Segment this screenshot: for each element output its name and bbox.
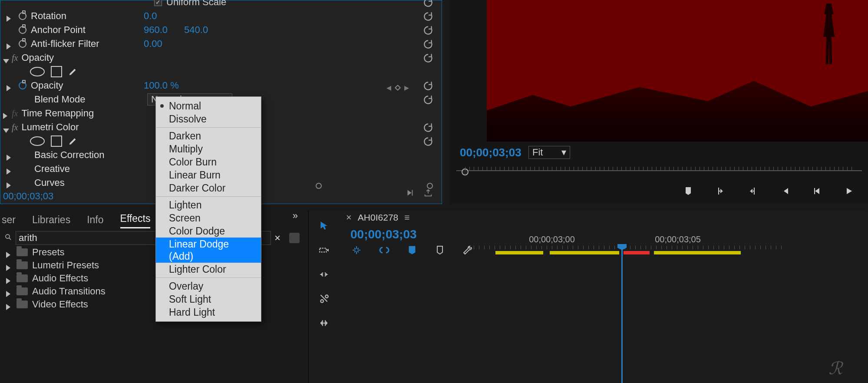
chevron-down-icon[interactable] (3, 124, 9, 130)
sequence-name[interactable]: AH0I6278 (358, 212, 398, 223)
chevron-right-icon[interactable] (6, 249, 12, 255)
program-ruler[interactable] (456, 164, 862, 177)
rotation-value[interactable]: 0.0 (144, 10, 157, 22)
effect-controls-timecode[interactable]: 00;00;03;03 (3, 191, 53, 202)
go-to-in-icon[interactable] (779, 185, 791, 197)
snap-icon[interactable] (350, 244, 363, 256)
blend-mode-option[interactable]: Lighten (156, 198, 261, 211)
stopwatch-icon[interactable] (19, 12, 26, 20)
track-select-tool-icon[interactable] (317, 243, 331, 257)
slip-tool-icon[interactable] (317, 316, 331, 330)
blend-mode-option[interactable]: Hard Light (156, 306, 261, 319)
mask-rect-icon[interactable] (51, 66, 62, 77)
stopwatch-icon[interactable] (19, 82, 26, 89)
mask-ellipse-icon[interactable] (30, 67, 45, 76)
blend-mode-option[interactable]: Soft Light (156, 293, 261, 306)
panel-tab[interactable]: Info (87, 214, 103, 228)
blend-mode-option[interactable]: Darker Color (156, 182, 261, 195)
chevron-right-icon[interactable] (7, 166, 13, 172)
reset-icon[interactable] (422, 136, 434, 147)
chevron-down-icon[interactable] (3, 55, 9, 61)
ripple-edit-tool-icon[interactable] (317, 267, 331, 281)
blend-mode-option[interactable]: Color Dodge (156, 225, 261, 238)
close-sequence-icon[interactable]: × (346, 212, 352, 223)
timeline-clip-area[interactable] (474, 250, 863, 276)
selection-tool-icon[interactable] (317, 219, 331, 233)
blend-mode-option[interactable]: Screen (156, 211, 261, 225)
chevron-right-icon[interactable] (3, 110, 9, 116)
panel-handle-icon[interactable] (316, 183, 322, 189)
marker-icon[interactable] (682, 185, 694, 197)
timeline-ruler[interactable]: 00;00;03;00 00;00;03;05 (474, 234, 863, 252)
blend-mode-option[interactable]: Overlay (156, 280, 261, 293)
lumetri-section-label[interactable]: Curves (34, 177, 147, 188)
chevron-right-icon[interactable] (7, 180, 13, 186)
accelerated-effects-icon[interactable] (289, 233, 300, 243)
settings-wrench-icon[interactable] (462, 244, 474, 256)
panel-overflow-icon[interactable]: » (293, 210, 298, 221)
play-icon[interactable] (843, 185, 855, 197)
linked-selection-icon[interactable] (378, 244, 390, 256)
chevron-right-icon[interactable] (6, 288, 12, 294)
blend-mode-option[interactable]: Darken (156, 129, 261, 142)
stopwatch-icon[interactable] (19, 26, 26, 34)
clear-search-icon[interactable]: × (274, 232, 281, 244)
stopwatch-icon[interactable] (19, 40, 26, 48)
blend-mode-option[interactable]: Normal (156, 99, 261, 112)
zoom-fit-dropdown[interactable]: Fit ▾ (528, 146, 570, 159)
reset-icon[interactable] (422, 0, 434, 8)
clip-segment[interactable] (624, 251, 650, 254)
opacity-value[interactable]: 100.0 % (144, 80, 179, 91)
chevron-right-icon[interactable] (6, 301, 12, 307)
reset-icon[interactable] (422, 11, 434, 22)
chevron-right-icon[interactable] (7, 13, 13, 19)
clip-segment[interactable] (495, 251, 543, 254)
add-marker-icon[interactable] (406, 244, 418, 256)
anchor-point-y[interactable]: 540.0 (184, 24, 208, 36)
reset-icon[interactable] (422, 80, 434, 92)
clip-segment[interactable] (550, 251, 619, 254)
mask-rect-icon[interactable] (51, 135, 62, 147)
blend-mode-option[interactable]: Dissolve (156, 112, 261, 125)
playhead[interactable] (621, 248, 623, 383)
panel-tab[interactable]: Libraries (32, 214, 70, 228)
panel-tab[interactable]: Effects (120, 213, 151, 228)
sequence-menu-icon[interactable]: ≡ (404, 212, 409, 223)
reset-icon[interactable] (422, 39, 434, 50)
clip-segment[interactable] (654, 251, 741, 254)
chevron-right-icon[interactable] (7, 83, 13, 89)
anti-flicker-value[interactable]: 0.00 (144, 38, 162, 50)
uniform-scale-checkbox[interactable] (154, 0, 162, 6)
reset-icon[interactable] (422, 94, 434, 106)
blend-mode-option[interactable]: Linear Dodge (Add) (156, 238, 261, 263)
lumetri-section-label[interactable]: Basic Correction (34, 149, 147, 161)
step-back-icon[interactable] (811, 185, 823, 197)
keyframe-diamond-icon[interactable] (395, 85, 401, 91)
blend-mode-option[interactable]: Linear Burn (156, 168, 261, 182)
razor-tool-icon[interactable] (317, 292, 331, 306)
blend-mode-option[interactable]: Multiply (156, 142, 261, 155)
out-point-icon[interactable] (746, 185, 759, 197)
keyframe-nav[interactable]: ◂▸ (386, 82, 409, 93)
chevron-right-icon[interactable] (6, 262, 12, 268)
reset-icon[interactable] (422, 53, 434, 64)
reset-icon[interactable] (422, 122, 434, 133)
playhead-only-icon[interactable] (405, 188, 415, 200)
lumetri-section-label[interactable]: Creative (34, 163, 147, 175)
program-monitor-frame[interactable] (487, 0, 868, 142)
marker-flag-icon[interactable] (434, 244, 446, 256)
blend-mode-option[interactable]: Color Burn (156, 155, 261, 168)
blend-mode-option[interactable]: Lighter Color (156, 263, 261, 276)
chevron-right-icon[interactable] (7, 41, 13, 47)
chevron-right-icon[interactable] (6, 275, 12, 281)
mask-pen-icon[interactable] (68, 136, 78, 146)
mask-ellipse-icon[interactable] (30, 136, 45, 146)
program-timecode[interactable]: 00;00;03;03 (460, 146, 521, 159)
anchor-point-x[interactable]: 960.0 (144, 24, 168, 36)
chevron-right-icon[interactable] (7, 152, 13, 158)
panel-tab[interactable]: ser (2, 214, 16, 228)
in-point-icon[interactable] (714, 185, 726, 197)
reset-icon[interactable] (422, 25, 434, 36)
timeline-timecode[interactable]: 00;00;03;03 (350, 228, 417, 241)
mask-pen-icon[interactable] (68, 67, 78, 76)
